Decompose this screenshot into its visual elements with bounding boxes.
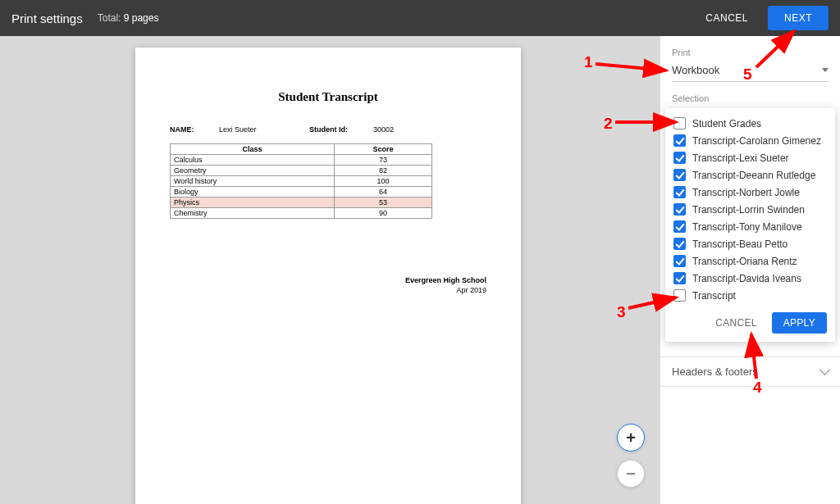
- next-button[interactable]: NEXT: [768, 6, 829, 30]
- header-actions: CANCEL NEXT: [694, 6, 829, 30]
- table-row: Physics53: [171, 198, 432, 208]
- cell-class: Biology: [171, 187, 335, 198]
- th-class: Class: [171, 144, 335, 155]
- selection-item-label: Transcript-Oriana Rentz: [692, 256, 797, 267]
- total-value: 9 pages: [124, 12, 159, 24]
- selection-item-label: Transcript-Beau Petto: [692, 238, 788, 250]
- checkbox-icon[interactable]: [673, 220, 686, 233]
- id-label: Student Id:: [309, 125, 373, 134]
- selection-item-label: Transcript-Norbert Jowle: [692, 187, 800, 198]
- checkbox-icon[interactable]: [673, 169, 686, 181]
- cell-score: 73: [335, 155, 432, 166]
- checkbox-icon[interactable]: [673, 117, 686, 129]
- selection-item-label: Transcript: [692, 290, 736, 302]
- checkbox-icon[interactable]: [673, 134, 686, 147]
- table-row: Geometry82: [171, 166, 432, 176]
- selection-item[interactable]: Transcript-Lexi Sueter: [673, 149, 827, 166]
- name-value: Lexi Sueter: [219, 125, 309, 134]
- cancel-button[interactable]: CANCEL: [694, 6, 760, 30]
- name-label: NAME:: [170, 125, 219, 134]
- headers-footers-accordion[interactable]: Headers & footers: [660, 356, 840, 387]
- table-row: World history100: [171, 176, 432, 187]
- id-value: 30002: [373, 125, 394, 134]
- checkbox-icon[interactable]: [673, 152, 686, 164]
- popup-apply-button[interactable]: APPLY: [772, 312, 827, 334]
- popup-cancel-button[interactable]: CANCEL: [707, 312, 765, 334]
- selection-item-label: Transcript-Davida Iveans: [692, 273, 801, 284]
- cell-class: Geometry: [171, 166, 335, 176]
- checkbox-icon[interactable]: [673, 289, 686, 302]
- selection-item-label: Transcript-Lexi Sueter: [692, 152, 789, 164]
- zoom-controls: + −: [617, 424, 645, 488]
- selection-item-label: Transcript-Deeann Rutledge: [692, 170, 815, 181]
- cell-class: World history: [171, 176, 335, 187]
- student-info-row: NAME: Lexi Sueter Student Id: 30002: [170, 125, 486, 134]
- selection-item[interactable]: Transcript-Oriana Rentz: [673, 252, 827, 270]
- print-section: Print Workbook: [660, 48, 840, 82]
- cell-class: Chemistry: [171, 208, 335, 219]
- document-footer: Evergreen High School Apr 2019: [170, 276, 486, 294]
- preview-page: Student Transcript NAME: Lexi Sueter Stu…: [135, 48, 521, 504]
- print-dropdown-value: Workbook: [672, 64, 719, 76]
- header-bar: Print settings Total: 9 pages CANCEL NEX…: [0, 0, 840, 36]
- print-dropdown[interactable]: Workbook: [672, 61, 829, 82]
- zoom-in-button[interactable]: +: [617, 424, 645, 452]
- cell-class: Calculus: [171, 155, 335, 166]
- selection-label: Selection: [672, 93, 829, 103]
- chevron-down-icon: [819, 365, 830, 375]
- checkbox-icon[interactable]: [673, 203, 686, 216]
- table-row: Biology64: [171, 187, 432, 198]
- th-score: Score: [335, 144, 432, 155]
- print-label: Print: [672, 48, 829, 57]
- total-label: Total:: [98, 12, 121, 24]
- selection-item[interactable]: Transcript-Davida Iveans: [673, 270, 827, 287]
- selection-item[interactable]: Transcript-Deeann Rutledge: [673, 166, 827, 184]
- cell-class: Physics: [171, 198, 335, 208]
- document-title: Student Transcript: [135, 90, 521, 104]
- table-row: Chemistry90: [171, 208, 432, 219]
- school-name: Evergreen High School: [405, 276, 486, 284]
- checkbox-icon[interactable]: [673, 186, 686, 198]
- document-date: Apr 2019: [170, 286, 486, 294]
- accordion-label: Headers & footers: [672, 366, 758, 378]
- selection-item[interactable]: Transcript-Carolann Gimenez: [673, 132, 827, 149]
- cell-score: 64: [335, 187, 432, 198]
- selection-item[interactable]: Transcript-Lorrin Swinden: [673, 201, 827, 218]
- settings-panel: Print Workbook Selection Student GradesT…: [660, 36, 840, 504]
- table-row: Calculus73: [171, 155, 432, 166]
- popup-actions: CANCEL APPLY: [673, 312, 827, 334]
- page-title: Print settings: [11, 11, 83, 25]
- selection-item[interactable]: Transcript-Norbert Jowle: [673, 184, 827, 201]
- selection-item-label: Transcript-Tony Manilove: [692, 221, 802, 233]
- selection-item[interactable]: Transcript-Tony Manilove: [673, 218, 827, 235]
- cell-score: 100: [335, 176, 432, 187]
- page-total: Total: 9 pages: [98, 12, 159, 24]
- cell-score: 53: [335, 198, 432, 208]
- checkbox-icon[interactable]: [673, 238, 686, 250]
- selection-item[interactable]: Transcript-Beau Petto: [673, 235, 827, 252]
- selection-item[interactable]: Student Grades: [673, 115, 827, 132]
- selection-item[interactable]: Transcript: [673, 287, 827, 304]
- chevron-down-icon: [822, 68, 829, 72]
- zoom-out-button[interactable]: −: [617, 460, 645, 488]
- checkbox-icon[interactable]: [673, 255, 686, 267]
- cell-score: 82: [335, 166, 432, 176]
- checkbox-icon[interactable]: [673, 272, 686, 284]
- preview-area: Student Transcript NAME: Lexi Sueter Stu…: [0, 36, 660, 504]
- selection-item-label: Student Grades: [692, 118, 761, 129]
- grades-table: Class Score Calculus73Geometry82World hi…: [170, 143, 432, 219]
- selection-popup: Student GradesTranscript-Carolann Gimene…: [665, 108, 835, 342]
- selection-item-label: Transcript-Lorrin Swinden: [692, 204, 805, 216]
- cell-score: 90: [335, 208, 432, 219]
- selection-item-label: Transcript-Carolann Gimenez: [692, 135, 821, 147]
